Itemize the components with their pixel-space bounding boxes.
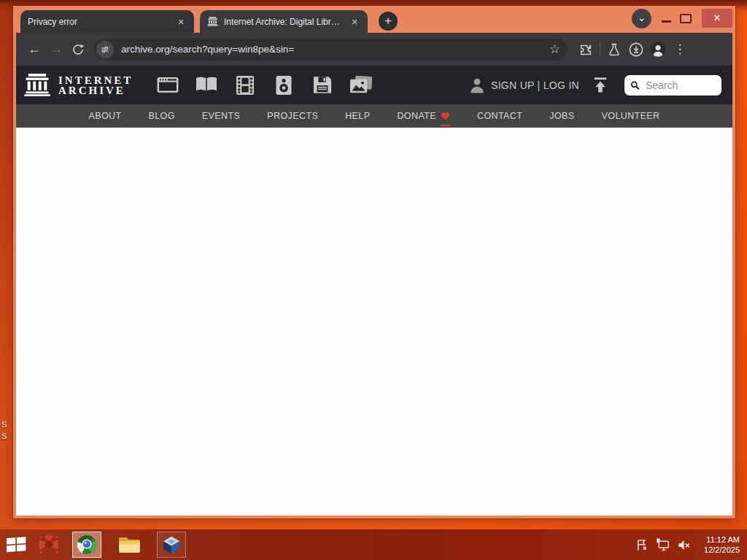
maximize-button[interactable] [680,14,692,23]
taskbar: 11:12 AM 12/2/2025 [0,529,747,560]
page-content-blank [16,128,732,516]
desktop: S S Privacy error ✕ Internet Archive: Di… [0,0,747,560]
nav-donate-label: DONATE [397,111,436,121]
taskbar-red-app[interactable] [32,534,66,556]
minimize-button[interactable] [662,20,671,23]
internet-archive-wordmark[interactable]: INTERNET ARCHIVE [58,75,133,96]
browser-toolbar: ← → archive.org/search?query=win8pe&sin= [16,33,732,66]
windows-logo-icon [7,537,26,553]
desktop-icon-label[interactable]: S [1,432,7,440]
download-icon [628,42,644,58]
bookmark-star-icon[interactable]: ☆ [549,42,560,57]
audio-icon[interactable] [269,76,298,95]
internet-archive-favicon [207,17,218,26]
search-icon [630,79,640,91]
downloads-button[interactable] [625,39,647,61]
tab-search-button[interactable]: ⌄ [632,9,651,28]
puzzle-icon [578,42,593,57]
media-type-icons [153,76,376,95]
start-button[interactable] [0,529,32,560]
internet-archive-header: INTERNET ARCHIVE [16,66,732,104]
extensions-button[interactable] [575,39,597,61]
profile-button[interactable] [647,39,669,61]
volume-muted-icon[interactable] [677,538,692,552]
internet-archive-logo[interactable] [23,74,51,96]
back-button[interactable]: ← [23,42,45,57]
close-tab-icon[interactable]: ✕ [175,16,187,28]
nav-help[interactable]: HELP [345,111,370,121]
signup-login-link[interactable]: SIGN UP | LOG IN [491,79,579,91]
flask-icon [607,42,622,57]
forward-button[interactable]: → [45,42,67,57]
donate-underline [440,125,451,126]
search-input[interactable] [644,79,716,92]
close-tab-icon[interactable]: ✕ [349,16,360,28]
reload-button[interactable] [67,39,89,61]
texts-icon[interactable] [192,76,221,94]
clock-date: 12/2/2025 [704,545,740,555]
tab-title: Privacy error [28,17,169,27]
action-center-icon[interactable] [635,538,649,552]
desktop-icon-label[interactable]: S [1,420,7,429]
browser-app-button[interactable] [72,532,101,558]
nav-donate[interactable]: DONATE [397,111,450,121]
video-icon[interactable] [231,76,260,95]
taskbar-clock[interactable]: 11:12 AM 12/2/2025 [704,534,740,555]
wordmark-line1: INTERNET [58,75,133,85]
tab-internet-archive[interactable]: Internet Archive: Digital Library ✕ [200,10,368,33]
nav-volunteer[interactable]: VOLUNTEER [602,111,660,121]
person-icon [469,77,485,93]
web-icon[interactable] [153,76,182,94]
nav-events[interactable]: EVENTS [202,111,240,121]
close-window-button[interactable]: ✕ [702,9,732,28]
tab-privacy-error[interactable]: Privacy error ✕ [20,10,194,33]
wordmark-line2: ARCHIVE [58,85,133,96]
avatar-icon [649,41,667,58]
taskbar-virtualbox[interactable] [150,532,193,558]
software-icon[interactable] [308,76,337,94]
network-icon[interactable] [656,538,670,552]
system-tray: 11:12 AM 12/2/2025 [635,534,747,555]
nav-blog[interactable]: BLOG [149,111,175,121]
virtualbox-app-button[interactable] [157,532,186,558]
nav-projects[interactable]: PROJECTS [267,111,318,121]
site-search-box[interactable] [624,75,721,96]
taskbar-browser[interactable] [66,532,108,558]
browser-app-icon [77,534,97,555]
file-explorer-icon [118,535,141,554]
upload-icon[interactable] [592,77,608,93]
webpage: INTERNET ARCHIVE [16,66,732,516]
tab-title: Internet Archive: Digital Library [224,17,343,27]
labs-button[interactable] [603,39,625,61]
taskbar-file-explorer[interactable] [108,535,150,554]
red-app-icon [37,534,61,556]
browser-window: Privacy error ✕ Internet Archive: Digita… [13,6,735,518]
header-right-cluster: SIGN UP | LOG IN [469,75,721,96]
new-tab-button[interactable]: + [379,12,398,31]
nav-contact[interactable]: CONTACT [477,111,522,121]
menu-button[interactable]: ⋮ [669,39,691,61]
site-info-icon[interactable] [96,41,114,58]
toolbar-separator [600,42,600,57]
virtualbox-icon [161,534,182,555]
reload-icon [71,43,85,56]
images-icon[interactable] [347,76,376,94]
address-bar[interactable]: archive.org/search?query=win8pe&sin= ☆ [93,39,568,61]
internet-archive-navbar: ABOUT BLOG EVENTS PROJECTS HELP DONATE C… [16,104,732,128]
window-controls: ⌄ ✕ [632,6,732,31]
heart-icon [441,112,450,120]
url-text[interactable]: archive.org/search?query=win8pe&sin= [121,44,543,55]
clock-time: 11:12 AM [704,534,740,545]
browser-titlebar: Privacy error ✕ Internet Archive: Digita… [16,6,732,33]
nav-about[interactable]: ABOUT [88,111,121,121]
nav-jobs[interactable]: JOBS [549,111,574,121]
